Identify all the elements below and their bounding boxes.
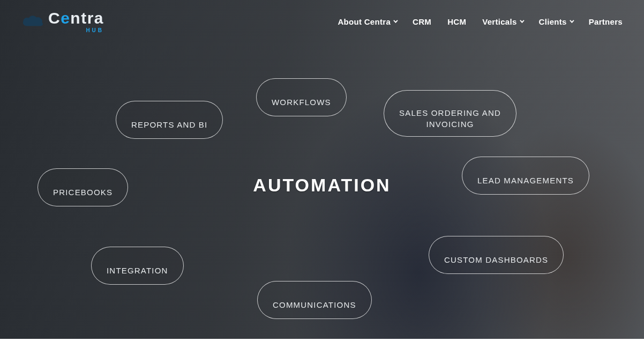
pill-sales-ordering[interactable]: SALES ORDERING AND INVOICING	[384, 90, 516, 137]
hero-title: AUTOMATION	[253, 175, 391, 196]
nav-label: Verticals	[482, 17, 516, 26]
nav-label: Partners	[589, 17, 623, 26]
hero-section: Centra HUB About Centra CRM HCM Vertical…	[0, 0, 644, 341]
pill-label: LEAD MANAGEMENTS	[477, 176, 574, 185]
main-nav: About Centra CRM HCM Verticals Clients P…	[338, 17, 623, 26]
pill-pricebooks[interactable]: PRICEBOOKS	[38, 168, 128, 206]
pill-workflows[interactable]: WORKFLOWS	[256, 78, 347, 116]
pill-custom-dashboards[interactable]: CUSTOM DASHBOARDS	[429, 236, 564, 274]
pill-communications[interactable]: COMMUNICATIONS	[257, 281, 372, 319]
pill-label: SALES ORDERING AND INVOICING	[399, 108, 501, 128]
pill-label: REPORTS AND BI	[131, 120, 207, 129]
nav-partners[interactable]: Partners	[589, 17, 623, 26]
nav-clients[interactable]: Clients	[539, 17, 573, 26]
pill-label: CUSTOM DASHBOARDS	[444, 255, 548, 264]
nav-verticals[interactable]: Verticals	[482, 17, 522, 26]
chevron-down-icon	[393, 18, 398, 23]
pill-label: PRICEBOOKS	[53, 188, 113, 197]
nav-label: HCM	[447, 17, 466, 26]
logo-subtext: HUB	[48, 27, 104, 33]
header: Centra HUB About Centra CRM HCM Vertical…	[0, 0, 644, 38]
pill-label: INTEGRATION	[107, 266, 168, 275]
pill-lead-managements[interactable]: LEAD MANAGEMENTS	[462, 157, 589, 195]
pill-label: COMMUNICATIONS	[273, 300, 356, 309]
pill-reports-bi[interactable]: REPORTS AND BI	[116, 101, 223, 139]
nav-label: CRM	[413, 17, 431, 26]
pill-label: WORKFLOWS	[272, 98, 331, 107]
logo[interactable]: Centra HUB	[21, 10, 104, 33]
nav-about-centra[interactable]: About Centra	[338, 17, 396, 26]
chevron-down-icon	[520, 18, 524, 23]
logo-text-wrap: Centra HUB	[48, 10, 104, 33]
nav-label: Clients	[539, 17, 567, 26]
chevron-down-icon	[570, 18, 574, 23]
logo-text: Centra	[48, 9, 104, 27]
cloud-icon	[21, 14, 44, 29]
pill-integration[interactable]: INTEGRATION	[91, 247, 184, 285]
nav-crm[interactable]: CRM	[413, 17, 431, 26]
nav-hcm[interactable]: HCM	[447, 17, 466, 26]
nav-label: About Centra	[338, 17, 391, 26]
